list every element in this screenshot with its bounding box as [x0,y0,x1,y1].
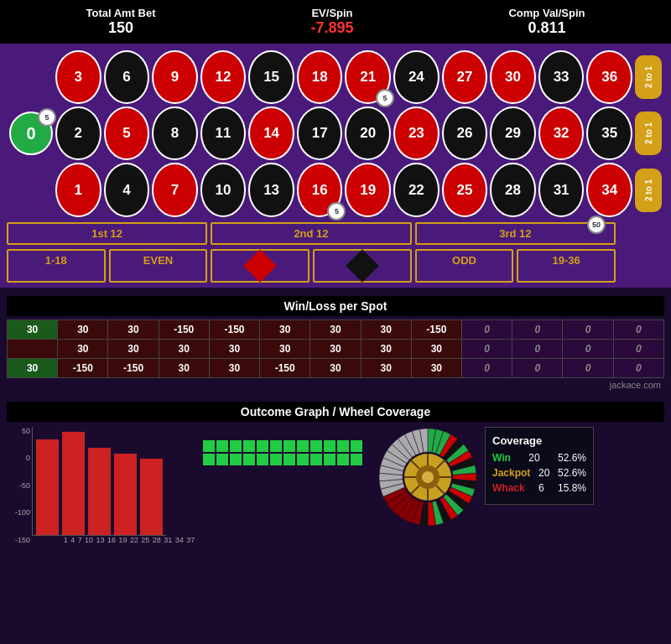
header: Total Amt Bet 150 EV/Spin -7.895 Comp Va… [0,0,671,44]
number-cell-4[interactable]: 4 [104,163,150,216]
number-cell-20[interactable]: 20 [345,106,391,160]
wl-cell-0-5: 30 [260,319,310,339]
total-amt-bet-label: Total Amt Bet [86,7,155,19]
em-red[interactable] [211,249,309,283]
number-cell-8[interactable]: 8 [152,106,198,160]
number-cell-36[interactable]: 36 [586,50,632,104]
green-square-15 [243,454,255,465]
green-square-2 [230,440,242,452]
red-diamond-icon [243,249,277,283]
two-to-one-bot[interactable]: 2 to 1 [635,169,662,212]
green-square-23 [351,454,362,465]
number-cell-12[interactable]: 12 [200,50,247,104]
number-cell-7[interactable]: 7 [152,163,198,216]
chip-on-16: 5 [327,202,346,221]
number-cell-27[interactable]: 27 [442,50,488,104]
black-diamond-icon [346,249,379,283]
dozen-2nd[interactable]: 2nd 12 [211,222,411,245]
wl-cell-0-4: -150 [209,319,259,339]
number-cell-13[interactable]: 13 [248,163,294,216]
x-axis-labels: 1 4 7 10 13 16 19 22 25 28 31 34 37 [32,536,196,544]
dozen-1st[interactable]: 1st 12 [7,222,207,245]
bar-chart [32,427,166,536]
coverage-jackpot-label: Jackpot [492,467,530,479]
bar-chart-wrapper: 50 0 -50 -100 -150 1 4 7 10 13 16 19 22 … [32,427,196,544]
two-to-one-top[interactable]: 2 to 1 [635,55,662,99]
wheel-container [377,427,478,527]
em-1-18[interactable]: 1-18 [7,249,106,283]
coverage-win-count: 20 [528,452,539,464]
number-cell-9[interactable]: 9 [152,50,198,104]
number-cell-14[interactable]: 14 [248,106,294,160]
number-cell-15[interactable]: 15 [248,50,294,104]
wl-cell-1-0 [8,339,58,358]
number-cell-22[interactable]: 22 [393,163,440,216]
em-19-36[interactable]: 19-36 [517,249,616,283]
graph-title: Outcome Graph / Wheel Coverage [7,402,664,422]
em-black[interactable] [313,249,412,283]
number-cell-6[interactable]: 6 [104,50,150,104]
comp-val-spin-col: Comp Val/Spin 0.811 [508,7,585,37]
wl-cell-1-2: 30 [108,339,159,358]
coverage-whack-pct: 15.8% [558,482,586,494]
dozen-3rd[interactable]: 3rd 12 50 [415,222,616,245]
number-cell-3[interactable]: 3 [55,50,101,104]
em-odd[interactable]: ODD [415,249,514,283]
wl-cell-0-0: 30 [8,319,58,339]
green-square-5 [270,440,282,452]
roulette-table-section: 0 5 369121518215242730333625811141720232… [0,44,671,288]
number-cell-28[interactable]: 28 [490,163,536,216]
wl-cell-0-11: 0 [563,319,613,339]
coverage-title: Coverage [492,434,586,447]
number-cell-18[interactable]: 18 [297,50,343,104]
wheel-center-bright [422,471,434,483]
em-even[interactable]: EVEN [109,249,208,283]
number-cell-25[interactable]: 25 [442,163,488,216]
coverage-whack-label: Whack [492,482,525,494]
wl-cell-2-0: 30 [8,358,58,377]
zero-column: 0 5 [7,50,55,217]
green-square-3 [243,440,255,452]
number-cell-2[interactable]: 2 [55,106,101,160]
number-cell-19[interactable]: 19 [345,163,391,216]
number-cell-35[interactable]: 35 [586,106,632,160]
number-cell-16[interactable]: 165 [297,163,343,216]
number-cell-5[interactable]: 5 [104,106,150,160]
number-cell-11[interactable]: 11 [200,106,247,160]
number-cell-21[interactable]: 215 [345,50,391,104]
two-to-one-mid[interactable]: 2 to 1 [635,112,662,155]
wl-cell-0-1: 30 [58,319,108,339]
wl-cell-1-1: 30 [58,339,108,358]
dozen-row: 1st 12 2nd 12 3rd 12 50 [7,222,664,245]
wl-cell-1-3: 30 [159,339,209,358]
number-cell-23[interactable]: 23 [393,106,440,160]
number-cell-10[interactable]: 10 [200,163,247,216]
wl-cell-2-1: -150 [58,358,108,377]
number-cell-34[interactable]: 34 [586,163,632,216]
number-cell-26[interactable]: 26 [442,106,488,160]
graph-section: Outcome Graph / Wheel Coverage 50 0 -50 … [0,397,671,549]
wl-cell-1-9: 0 [461,339,512,358]
number-cell-29[interactable]: 29 [490,106,536,160]
zero-cell[interactable]: 0 5 [9,112,53,155]
wl-cell-2-6: 30 [310,358,361,377]
wl-cell-2-3: 30 [159,358,209,377]
wl-cell-0-8: -150 [411,319,461,339]
wl-cell-2-7: 30 [361,358,411,377]
green-square-10 [337,440,349,452]
number-cell-30[interactable]: 30 [490,50,536,104]
wl-cell-1-7: 30 [361,339,411,358]
number-cell-1[interactable]: 1 [55,163,101,216]
graph-content: 50 0 -50 -100 -150 1 4 7 10 13 16 19 22 … [7,427,664,544]
number-cell-32[interactable]: 32 [538,106,585,160]
wl-cell-0-10: 0 [512,319,563,339]
ev-spin-value: -7.895 [310,19,353,37]
bar-2 [88,448,111,534]
number-cell-17[interactable]: 17 [297,106,343,160]
green-square-20 [310,454,322,465]
number-cell-24[interactable]: 24 [393,50,440,104]
coverage-whack-count: 6 [538,482,544,494]
number-cell-33[interactable]: 33 [538,50,585,104]
bar-3 [114,454,137,535]
number-cell-31[interactable]: 31 [538,163,585,216]
